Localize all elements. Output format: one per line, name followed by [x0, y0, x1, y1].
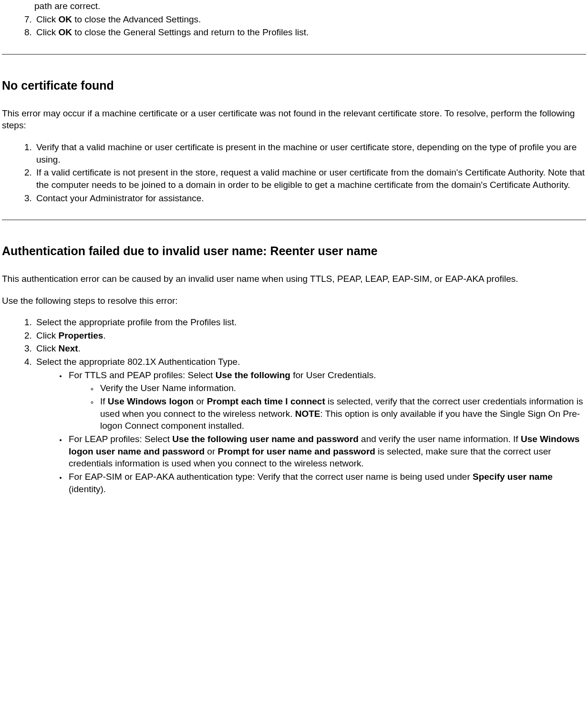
text: If	[100, 396, 108, 406]
list-item: Select the appropriate 802.1X Authentica…	[34, 356, 586, 495]
bold-text: Prompt each time I connect	[207, 396, 325, 406]
list-item: Verify that a valid machine or user cert…	[34, 141, 586, 165]
bold-text: Use the following	[216, 370, 290, 380]
section-intro: This error may occur if a machine certif…	[2, 107, 586, 132]
divider	[2, 219, 586, 220]
section-intro: Use the following steps to resolve this …	[2, 295, 586, 307]
list-item: Click Next.	[34, 342, 586, 355]
text: Click	[36, 343, 58, 353]
list-item: Verify the User Name information.	[98, 382, 586, 394]
list-item: If Use Windows logon or Prompt each time…	[98, 395, 586, 432]
sub-sub-bullets: Verify the User Name information. If Use…	[69, 382, 586, 432]
text: for User Credentials.	[290, 370, 376, 380]
bold-text: Specify user name	[473, 472, 553, 482]
list-item: Click Properties.	[34, 330, 586, 342]
list-item: For LEAP profiles: Select Use the follow…	[67, 433, 586, 470]
text: .	[103, 330, 105, 341]
bold-text: Next	[58, 343, 78, 353]
document-page: path are correct. Click OK to close the …	[0, 0, 588, 519]
section-intro: This authentication error can be caused …	[2, 273, 586, 285]
list-item: Select the appropriate profile from the …	[34, 316, 586, 329]
text: For EAP-SIM or EAP-AKA authentication ty…	[69, 472, 473, 482]
steps-list: Select the appropriate profile from the …	[2, 316, 586, 495]
section-heading-auth-failed: Authentication failed due to invalid use…	[2, 243, 586, 259]
text: to close the General Settings and return…	[72, 27, 309, 37]
list-item: For TTLS and PEAP profiles: Select Use t…	[67, 369, 586, 432]
list-item: Click OK to close the General Settings a…	[34, 26, 586, 39]
sub-bullets: For TTLS and PEAP profiles: Select Use t…	[36, 369, 586, 495]
text: Click	[36, 14, 58, 24]
bold-text: Prompt for user name and password	[218, 446, 375, 456]
text: Click	[36, 27, 58, 37]
text: or	[205, 446, 217, 456]
text: and verify the user name information. If	[359, 434, 521, 444]
text: For TTLS and PEAP profiles: Select	[69, 370, 216, 380]
text: or	[194, 396, 206, 406]
text: (identity).	[69, 484, 106, 494]
steps-list: Verify that a valid machine or user cert…	[2, 141, 586, 204]
text: For LEAP profiles: Select	[69, 434, 172, 444]
text: Click	[36, 330, 58, 341]
continued-steps: Click OK to close the Advanced Settings.…	[2, 13, 586, 39]
divider	[2, 54, 586, 55]
bold-text: Properties	[58, 330, 103, 341]
list-item: If a valid certificate is not present in…	[34, 166, 586, 191]
previous-fragment: path are correct.	[34, 0, 586, 12]
list-item: Contact your Administrator for assistanc…	[34, 192, 586, 205]
text: to close the Advanced Settings.	[72, 14, 201, 24]
list-item: Click OK to close the Advanced Settings.	[34, 13, 586, 26]
bold-text: Use the following user name and password	[172, 434, 359, 444]
text: Select the appropriate 802.1X Authentica…	[36, 357, 240, 367]
bold-text: OK	[58, 27, 72, 37]
bold-text: Use Windows logon	[108, 396, 194, 406]
list-item: For EAP-SIM or EAP-AKA authentication ty…	[67, 471, 586, 495]
text: .	[78, 343, 81, 353]
bold-text: OK	[58, 14, 72, 24]
bold-text: NOTE	[295, 409, 320, 419]
section-heading-no-certificate: No certificate found	[2, 78, 586, 94]
